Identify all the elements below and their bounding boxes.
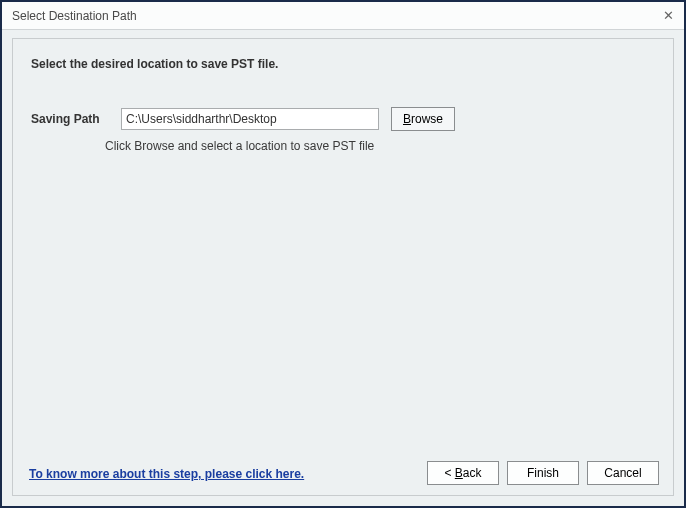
dialog-buttons: < Back Finish Cancel xyxy=(427,461,659,485)
page-heading: Select the desired location to save PST … xyxy=(31,57,278,71)
titlebar: Select Destination Path ✕ xyxy=(2,2,684,30)
cancel-button[interactable]: Cancel xyxy=(587,461,659,485)
finish-button[interactable]: Finish xyxy=(507,461,579,485)
back-rest: ack xyxy=(463,466,482,480)
dialog-window: Select Destination Path ✕ Select the des… xyxy=(0,0,686,508)
saving-path-row: Saving Path Browse xyxy=(31,107,455,131)
content-panel: Select the desired location to save PST … xyxy=(12,38,674,496)
back-prefix: < xyxy=(444,466,454,480)
close-icon[interactable]: ✕ xyxy=(660,8,676,24)
saving-path-label: Saving Path xyxy=(31,112,109,126)
hint-text: Click Browse and select a location to sa… xyxy=(105,139,374,153)
browse-button[interactable]: Browse xyxy=(391,107,455,131)
browse-mnemonic: B xyxy=(403,112,411,126)
browse-rest: rowse xyxy=(411,112,443,126)
saving-path-input[interactable] xyxy=(121,108,379,130)
back-mnemonic: B xyxy=(455,466,463,480)
back-button[interactable]: < Back xyxy=(427,461,499,485)
help-link[interactable]: To know more about this step, please cli… xyxy=(29,467,304,481)
window-title: Select Destination Path xyxy=(12,9,137,23)
